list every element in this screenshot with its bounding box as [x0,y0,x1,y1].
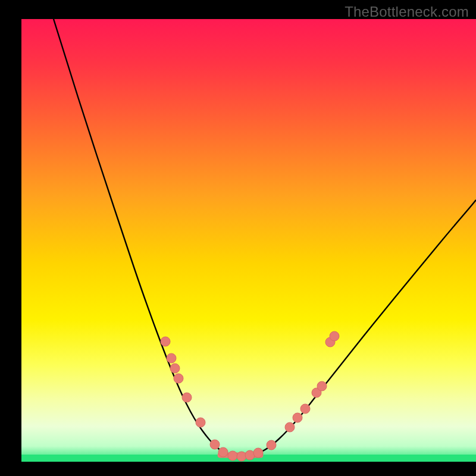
curve-marker [196,418,205,427]
curve-marker [210,440,220,449]
curve-marker [317,381,327,391]
bottleneck-chart [0,0,476,476]
curve-marker [170,364,180,373]
chart-stage: TheBottleneck.com [0,0,476,476]
plot-background [21,19,476,462]
curve-marker [285,422,295,432]
curve-marker [161,337,170,346]
curve-marker [218,447,228,457]
curve-marker [330,331,339,341]
curve-marker [300,404,310,414]
watermark-label: TheBottleneck.com [345,4,469,20]
curve-marker [267,440,276,450]
curve-marker [174,374,183,383]
curve-marker [167,353,176,363]
curve-marker [253,448,263,458]
curve-marker [228,451,237,461]
curve-marker [237,452,246,461]
curve-marker [182,393,192,402]
curve-marker [245,450,255,460]
curve-marker [293,413,302,422]
